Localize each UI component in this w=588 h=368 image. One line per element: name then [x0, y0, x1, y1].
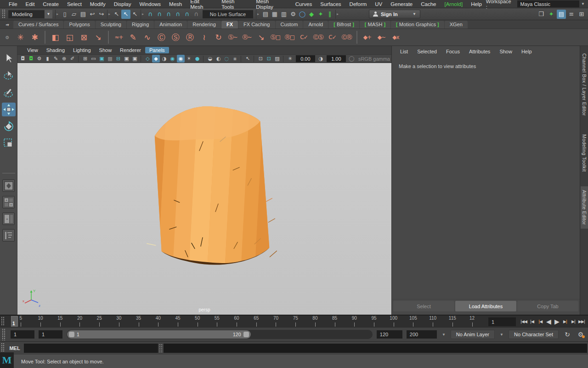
frame-tick-50[interactable]: 50	[187, 316, 207, 327]
menu-cache[interactable]: Cache	[417, 1, 440, 7]
menu-file[interactable]: File	[5, 1, 22, 7]
play-forwards-button[interactable]: ▶	[553, 316, 561, 327]
chevron-down-icon[interactable]: ▼	[441, 333, 447, 337]
resolution-gate-icon[interactable]: ▣	[98, 55, 106, 63]
frame-tick-115[interactable]: 115	[442, 316, 462, 327]
panel-menu-renderer[interactable]: Renderer	[116, 47, 145, 53]
select-by-object-icon[interactable]: ↖	[121, 10, 130, 19]
anim-layer-dropdown[interactable]: No Anim Layer	[451, 330, 495, 339]
menu-edit-mesh[interactable]: Edit Mesh	[186, 0, 217, 10]
frame-tick-55[interactable]: 55	[207, 316, 227, 327]
paint-select-tool-button[interactable]	[2, 86, 16, 99]
separator[interactable]: ▸	[335, 10, 339, 19]
cloth-remove-icon[interactable]: ◆x	[389, 31, 402, 44]
menu-deform[interactable]: Deform	[345, 1, 371, 7]
shelf-menu-icon[interactable]: ▪▾	[1, 23, 13, 29]
paint-hair-icon[interactable]: ✎	[126, 31, 140, 44]
panel-menu-view[interactable]: View	[23, 47, 42, 53]
ncloth-surface-arrow-icon[interactable]: ↘	[91, 31, 105, 44]
cylinder-object[interactable]	[17, 63, 391, 315]
motion-blur-icon[interactable]: ▪	[231, 55, 239, 63]
side-tab-attribute-editor[interactable]: Attribute Editor	[581, 186, 588, 229]
frame-tick-15[interactable]: 15	[50, 316, 70, 327]
hair-rest-r-icon[interactable]: Ⓡ□	[283, 31, 296, 44]
range-start-handle[interactable]	[69, 332, 74, 337]
rotate-tool-button[interactable]	[2, 120, 16, 133]
frame-tick-110[interactable]: 110	[423, 316, 443, 327]
hair-curves-s-icon[interactable]: Ⓢ	[169, 31, 182, 44]
shelf-tab-fx[interactable]: FX	[221, 21, 238, 29]
hypershade-icon[interactable]: ◯	[298, 10, 307, 19]
frame-tick-85[interactable]: 85	[325, 316, 345, 327]
menu-generate[interactable]: Generate	[386, 1, 417, 7]
frame-tick-90[interactable]: 90	[345, 316, 364, 327]
render-current-frame-icon[interactable]: ▦	[270, 10, 279, 19]
command-language-label[interactable]: MEL	[6, 345, 24, 351]
modeling-toolkit-icon[interactable]: ❒	[537, 10, 546, 19]
hair-curves-c-icon[interactable]: Ⓒ	[155, 31, 168, 44]
shelf-tab-fx-caching[interactable]: FX Caching	[238, 21, 275, 29]
ae-menu-focus[interactable]: Focus	[441, 49, 464, 54]
snap-to-view-plane-icon[interactable]: ∩	[182, 10, 192, 19]
frame-tick-25[interactable]: 25	[90, 316, 109, 327]
menu-select[interactable]: Select	[63, 1, 86, 7]
isolate-select-icon[interactable]: ↖	[244, 55, 252, 63]
shelf-options-icon[interactable]: ⚙	[2, 35, 13, 40]
workspace-dropdown[interactable]: Maya Classic ▼	[517, 0, 587, 7]
drag-grip[interactable]	[2, 9, 6, 19]
image-plane-edit-icon[interactable]: ✎	[52, 55, 60, 63]
ae-menu-show[interactable]: Show	[495, 49, 517, 54]
film-gate-icon[interactable]: ▭	[90, 55, 97, 63]
xray-icon[interactable]: ⊡	[257, 55, 265, 63]
save-scene-icon[interactable]: ▤	[79, 10, 88, 19]
frame-tick-45[interactable]: 45	[168, 316, 188, 327]
attribute-editor-icon[interactable]: ≡	[567, 10, 576, 19]
shelf-tab-polygons[interactable]: Polygons	[64, 21, 95, 29]
copy-tab-button[interactable]: Copy Tab	[517, 301, 578, 311]
channel-box-icon[interactable]: ▤	[557, 10, 566, 19]
panel-menu-shading[interactable]: Shading	[42, 47, 69, 53]
panel-menu-show[interactable]: Show	[95, 47, 116, 53]
menu-mesh[interactable]: Mesh	[165, 1, 186, 7]
menu-set-selector[interactable]: Modeling ▼	[8, 10, 52, 18]
panel-menu-lighting[interactable]: Lighting	[69, 47, 95, 53]
render-settings-icon[interactable]: ⚙	[288, 10, 298, 19]
nparticles-fill-icon[interactable]: ✱	[28, 31, 41, 44]
shelf-tab-rendering[interactable]: Rendering	[187, 21, 221, 29]
gate-mask-icon[interactable]: ▩	[106, 55, 114, 63]
drag-grip[interactable]	[2, 328, 6, 340]
scale-tool-button[interactable]	[2, 137, 16, 150]
snap-to-curve-icon[interactable]: ∩	[155, 10, 164, 19]
tool-settings-icon[interactable]: ⊞	[577, 10, 586, 19]
animation-start-field[interactable]: 1	[11, 330, 34, 339]
hair-curve-tool-icon[interactable]: ∿	[141, 31, 154, 44]
move-tool-button[interactable]	[2, 103, 16, 116]
frame-tick-80[interactable]: 80	[305, 316, 325, 327]
load-attributes-button[interactable]: Load Attributes	[455, 301, 516, 311]
menu-display[interactable]: Display	[110, 1, 136, 7]
field-chart-icon[interactable]: ⊟	[114, 55, 122, 63]
character-set-dropdown[interactable]: No Character Set	[509, 330, 559, 339]
mel-command-input[interactable]	[24, 344, 158, 353]
hair-curl-r-icon[interactable]: Ⓡ~	[240, 31, 254, 44]
menu-mesh-display[interactable]: Mesh Display	[252, 0, 291, 10]
chevron-down-icon[interactable]: ▼	[499, 333, 504, 337]
frame-tick-65[interactable]: 65	[246, 316, 266, 327]
xray-joints-icon[interactable]: ⊡	[265, 55, 273, 63]
layout-single-pane-button[interactable]	[2, 179, 15, 192]
live-surface-field[interactable]: No Live Surface	[203, 10, 253, 18]
shelf-tab-animation[interactable]: Animation	[154, 21, 187, 29]
select-camera-icon[interactable]: ◘	[19, 55, 27, 63]
screen-space-ao-icon[interactable]: ◌	[223, 55, 231, 63]
shelf-tab-motion-graphics[interactable]: [ Motion Graphics ]	[391, 21, 444, 29]
two-d-pan-zoom-icon[interactable]: ⊕	[60, 55, 68, 63]
separator[interactable]: ▸	[256, 10, 260, 19]
ncloth-wave-icon[interactable]: ⊠	[77, 31, 90, 44]
menu-modify[interactable]: Modify	[86, 1, 110, 7]
ncloth-create-icon[interactable]: ◧	[49, 31, 62, 44]
menu-help[interactable]: Help	[467, 1, 486, 7]
go-to-end-button[interactable]: ▶▶|	[577, 316, 586, 327]
separator[interactable]: ▸	[107, 10, 111, 19]
menu-curves[interactable]: Curves	[291, 1, 316, 7]
shelf-tab-sculpting[interactable]: Sculpting	[96, 21, 126, 29]
